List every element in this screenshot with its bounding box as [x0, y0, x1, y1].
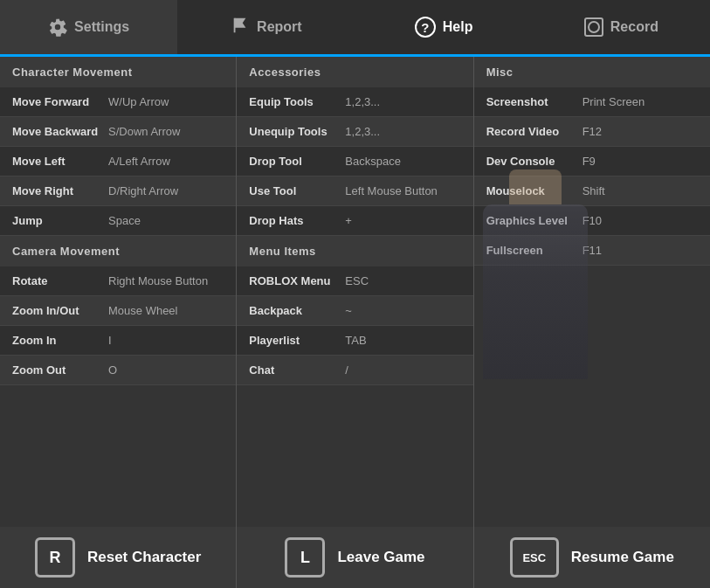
resume-game-label: Resume Game: [571, 549, 674, 566]
move-left-key: A/Left Arrow: [108, 155, 170, 168]
move-forward-key: W/Up Arrow: [108, 95, 169, 108]
row-jump: Jump Space: [0, 206, 236, 236]
rotate-name: Rotate: [12, 274, 108, 287]
row-roblox-menu: ROBLOX Menu ESC: [237, 266, 472, 296]
leave-game-label: Leave Game: [337, 549, 424, 566]
row-record-video: Record Video F12: [474, 117, 710, 147]
reset-character-button[interactable]: R Reset Character: [0, 527, 237, 588]
row-drop-hats: Drop Hats +: [237, 206, 472, 236]
backpack-name: Backpack: [249, 304, 345, 317]
jump-name: Jump: [12, 214, 108, 227]
nav-record[interactable]: Record: [533, 0, 710, 54]
drop-tool-name: Drop Tool: [249, 155, 345, 168]
gear-icon: [48, 17, 67, 37]
row-drop-tool: Drop Tool Backspace: [237, 147, 472, 176]
row-equip-tools: Equip Tools 1,2,3...: [237, 87, 472, 117]
jump-key: Space: [108, 214, 141, 227]
row-move-forward: Move Forward W/Up Arrow: [0, 87, 236, 117]
drop-hats-key: +: [345, 214, 352, 227]
row-zoom-inout: Zoom In/Out Mouse Wheel: [0, 296, 236, 326]
equip-tools-key: 1,2,3...: [345, 95, 380, 108]
menu-items-header: Menu Items: [237, 236, 472, 266]
row-graphics-level: Graphics Level F10: [474, 206, 710, 236]
row-unequip-tools: Unequip Tools 1,2,3...: [237, 117, 472, 147]
camera-movement-header: Camera Movement: [0, 236, 236, 266]
backpack-key: ~: [345, 304, 352, 317]
resume-key-box: ESC: [510, 537, 559, 578]
row-fullscreen: Fullscreen F11: [474, 236, 710, 266]
nav-help[interactable]: ? Help: [355, 0, 533, 57]
equip-tools-name: Equip Tools: [249, 95, 345, 108]
chat-key: /: [345, 363, 348, 377]
row-move-backward: Move Backward S/Down Arrow: [0, 117, 236, 147]
use-tool-key: Left Mouse Button: [345, 184, 438, 197]
graphics-level-name: Graphics Level: [486, 214, 582, 227]
help-label: Help: [443, 19, 473, 35]
zoom-out-name: Zoom Out: [12, 363, 108, 377]
record-icon: [584, 17, 603, 37]
row-mouselock: Mouselock Shift: [474, 176, 710, 206]
zoom-in-name: Zoom In: [12, 334, 108, 347]
move-left-name: Move Left: [12, 155, 108, 168]
record-video-name: Record Video: [486, 125, 582, 138]
misc-header: Misc: [474, 57, 710, 87]
main-content: Character Movement Move Forward W/Up Arr…: [0, 57, 710, 527]
column-accessories: Accessories Equip Tools 1,2,3... Unequip…: [237, 57, 473, 527]
drop-tool-key: Backspace: [345, 155, 401, 168]
graphics-level-key: F10: [582, 214, 602, 227]
zoom-in-key: I: [108, 334, 112, 347]
move-backward-key: S/Down Arrow: [108, 125, 180, 138]
bottom-bar: R Reset Character L Leave Game ESC Resum…: [0, 527, 710, 588]
help-icon: ?: [415, 17, 436, 38]
move-backward-name: Move Backward: [12, 125, 108, 138]
row-playerlist: Playerlist TAB: [237, 326, 472, 356]
record-video-key: F12: [582, 125, 602, 138]
move-forward-name: Move Forward: [12, 95, 108, 108]
row-move-right: Move Right D/Right Arrow: [0, 176, 236, 206]
leave-key-box: L: [285, 537, 325, 578]
nav-settings[interactable]: Settings: [0, 0, 177, 54]
settings-label: Settings: [74, 19, 129, 35]
row-dev-console: Dev Console F9: [474, 147, 710, 176]
playerlist-key: TAB: [345, 334, 366, 347]
zoom-inout-name: Zoom In/Out: [12, 304, 108, 317]
fullscreen-key: F11: [582, 244, 602, 257]
dev-console-key: F9: [582, 155, 596, 168]
row-zoom-in: Zoom In I: [0, 326, 236, 356]
roblox-menu-key: ESC: [345, 274, 369, 287]
nav-bar: Settings Report ? Help Record: [0, 0, 710, 57]
mouselock-name: Mouselock: [486, 184, 582, 197]
zoom-out-key: O: [108, 363, 117, 377]
use-tool-name: Use Tool: [249, 184, 345, 197]
drop-hats-name: Drop Hats: [249, 214, 345, 227]
row-zoom-out: Zoom Out O: [0, 356, 236, 385]
flag-icon: [231, 16, 250, 38]
chat-name: Chat: [249, 363, 345, 377]
unequip-tools-name: Unequip Tools: [249, 125, 345, 138]
row-move-left: Move Left A/Left Arrow: [0, 147, 236, 176]
row-screenshot: Screenshot Print Screen: [474, 87, 710, 117]
reset-key-box: R: [35, 537, 75, 578]
character-movement-header: Character Movement: [0, 57, 236, 87]
zoom-inout-key: Mouse Wheel: [108, 304, 177, 317]
move-right-key: D/Right Arrow: [108, 184, 178, 197]
dev-console-name: Dev Console: [486, 155, 582, 168]
move-right-name: Move Right: [12, 184, 108, 197]
record-label: Record: [610, 19, 658, 35]
column-misc: Misc Screenshot Print Screen Record Vide…: [474, 57, 710, 527]
column-character: Character Movement Move Forward W/Up Arr…: [0, 57, 237, 527]
leave-game-button[interactable]: L Leave Game: [237, 527, 473, 588]
row-chat: Chat /: [237, 356, 472, 385]
resume-game-button[interactable]: ESC Resume Game: [474, 527, 710, 588]
report-label: Report: [257, 19, 302, 35]
unequip-tools-key: 1,2,3...: [345, 125, 380, 138]
row-use-tool: Use Tool Left Mouse Button: [237, 176, 472, 206]
roblox-menu-name: ROBLOX Menu: [249, 274, 345, 287]
screenshot-key: Print Screen: [582, 95, 645, 108]
fullscreen-name: Fullscreen: [486, 244, 582, 257]
reset-character-label: Reset Character: [87, 549, 201, 566]
rotate-key: Right Mouse Button: [108, 274, 208, 287]
mouselock-key: Shift: [582, 184, 605, 197]
accessories-header: Accessories: [237, 57, 472, 87]
nav-report[interactable]: Report: [177, 0, 355, 54]
